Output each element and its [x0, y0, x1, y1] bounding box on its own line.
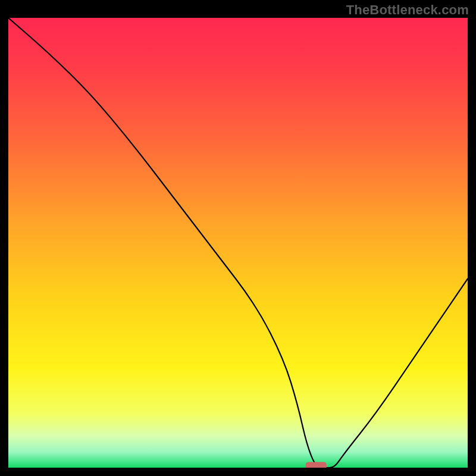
optimal-point-marker	[306, 462, 326, 468]
gradient-background	[8, 18, 468, 468]
chart-plot-area	[8, 18, 468, 468]
watermark-text: TheBottleneck.com	[346, 2, 469, 18]
chart-frame: TheBottleneck.com	[0, 0, 476, 476]
chart-svg	[8, 18, 468, 468]
